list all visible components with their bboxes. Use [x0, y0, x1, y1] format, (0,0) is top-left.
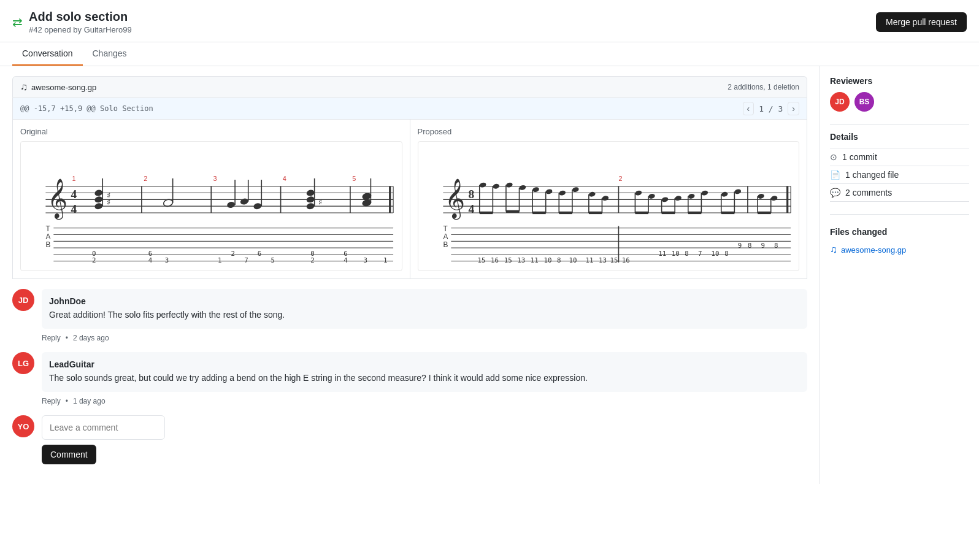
detail-commits-label: 1 commit: [842, 152, 877, 162]
svg-text:2: 2: [231, 250, 235, 258]
svg-text:T: T: [45, 224, 50, 233]
svg-text:4: 4: [344, 256, 347, 264]
svg-text:6: 6: [258, 250, 261, 258]
comment-icon: 💬: [830, 188, 840, 198]
prev-diff-button[interactable]: ‹: [743, 102, 754, 115]
svg-text:10: 10: [543, 256, 551, 264]
svg-point-119: [720, 191, 728, 198]
svg-text:9: 9: [737, 242, 742, 250]
svg-text:5: 5: [352, 175, 356, 182]
detail-files-label: 1 changed file: [845, 170, 899, 180]
svg-text:A: A: [45, 232, 50, 241]
page-header: ⇄ Add solo section #42 opened by GuitarH…: [0, 0, 979, 42]
svg-text:1: 1: [72, 175, 76, 182]
comment-input-thread: YO Comment: [12, 415, 807, 464]
svg-text:15: 15: [610, 256, 618, 264]
comment-author-lg: LeadGuitar: [49, 359, 800, 369]
files-changed-title: Files changed: [830, 227, 969, 237]
comment-submit-button[interactable]: Comment: [42, 445, 96, 464]
reply-link-lg[interactable]: Reply: [42, 397, 61, 405]
comment-author-jd: JohnDoe: [49, 296, 800, 306]
svg-text:1: 1: [218, 256, 221, 264]
comment-input-field[interactable]: [42, 415, 165, 440]
svg-text:4: 4: [468, 202, 474, 215]
original-panel: Original 𝄞 4 4: [13, 120, 410, 278]
svg-text:13: 13: [599, 256, 607, 264]
file-name-container: ♫ awesome-song.gp: [20, 82, 96, 93]
avatar-lg: LG: [12, 352, 34, 374]
content-area: ♫ awesome-song.gp 2 additions, 1 deletio…: [0, 66, 820, 484]
svg-point-15: [94, 196, 103, 204]
changed-file-item[interactable]: ♫ awesome-song.gp: [830, 242, 969, 258]
comment-actions-lg: Reply • 1 day ago: [42, 397, 807, 405]
svg-point-111: [674, 195, 681, 201]
svg-text:3: 3: [213, 175, 217, 182]
next-diff-button[interactable]: ›: [788, 102, 799, 115]
svg-point-33: [306, 202, 315, 210]
comment-separator2: •: [66, 397, 68, 405]
svg-text:4: 4: [71, 202, 77, 215]
svg-point-94: [558, 190, 566, 196]
svg-point-79: [478, 182, 486, 188]
svg-point-84: [505, 182, 513, 188]
detail-comments: 💬 2 comments: [830, 183, 969, 202]
reviewer-avatar-bs: BS: [854, 92, 874, 112]
detail-commits: ⊙ 1 commit: [830, 148, 969, 166]
reviewer-avatar-jd: JD: [830, 92, 850, 112]
comment-timestamp-jd: 2 days ago: [73, 334, 109, 342]
svg-text:5: 5: [271, 256, 274, 264]
svg-point-96: [572, 186, 579, 193]
svg-point-116: [701, 190, 708, 196]
proposed-music-svg: 𝄞 8 4 2: [423, 147, 794, 266]
svg-text:1: 1: [383, 256, 388, 264]
music-note-icon: ♫: [20, 82, 28, 93]
reviewers-row: JD BS: [830, 92, 969, 112]
merge-button[interactable]: Merge pull request: [876, 12, 967, 32]
main-layout: ♫ awesome-song.gp 2 additions, 1 deletio…: [0, 66, 979, 484]
detail-changed-files: 📄 1 changed file: [830, 166, 969, 183]
svg-text:8: 8: [774, 242, 778, 250]
file-icon: 📄: [830, 170, 840, 180]
stats-text: 2 additions, 1 deletion: [728, 83, 799, 91]
sidebar: Reviewers JD BS Details ⊙ 1 commit 📄 1 c…: [820, 66, 979, 484]
svg-point-121: [734, 188, 741, 194]
svg-text:T: T: [443, 224, 447, 233]
svg-text:16: 16: [491, 256, 499, 264]
pr-info: Add solo section #42 opened by GuitarHer…: [29, 10, 132, 34]
svg-point-34: [306, 196, 315, 204]
svg-text:9: 9: [761, 242, 765, 250]
diff-page-info: 1 / 3: [759, 104, 783, 113]
diff-panels: Original 𝄞 4 4: [12, 120, 807, 279]
diff-navigation: ‹ 1 / 3 ›: [743, 102, 799, 115]
file-name: awesome-song.gp: [31, 83, 96, 92]
detail-comments-label: 2 comments: [845, 188, 892, 198]
proposed-panel: Proposed 𝄞 8 4: [410, 120, 807, 278]
svg-text:10: 10: [569, 256, 577, 264]
svg-text:11: 11: [530, 256, 538, 264]
svg-point-35: [306, 189, 315, 197]
tab-conversation[interactable]: Conversation: [12, 42, 83, 66]
svg-point-91: [545, 188, 552, 194]
original-label: Original: [20, 127, 402, 136]
svg-point-114: [687, 193, 694, 199]
svg-text:7: 7: [697, 250, 702, 258]
file-stats: 2 additions, 1 deletion: [728, 83, 799, 91]
diff-header: @@ -15,7 +15,9 @@ Solo Section ‹ 1 / 3 ›: [12, 98, 807, 120]
original-notation: 𝄞 4 4: [20, 141, 402, 271]
details-section: Details ⊙ 1 commit 📄 1 changed file 💬 2 …: [830, 132, 969, 202]
pr-title: Add solo section: [29, 10, 132, 24]
svg-point-126: [770, 195, 777, 201]
svg-text:2: 2: [618, 175, 622, 182]
svg-point-14: [94, 202, 103, 210]
svg-text:8: 8: [685, 250, 688, 258]
tab-changes[interactable]: Changes: [83, 42, 137, 66]
reply-link-jd[interactable]: Reply: [42, 334, 61, 342]
svg-text:B: B: [45, 240, 50, 249]
svg-text:15: 15: [477, 256, 485, 264]
proposed-notation: 𝄞 8 4 2: [418, 141, 800, 271]
comment-thread-lg: LG LeadGuitar The solo sounds great, but…: [12, 352, 807, 405]
comment-text-lg: The solo sounds great, but could we try …: [49, 372, 800, 385]
svg-text:4: 4: [71, 188, 77, 201]
svg-point-106: [648, 193, 655, 199]
svg-text:8: 8: [557, 256, 561, 264]
